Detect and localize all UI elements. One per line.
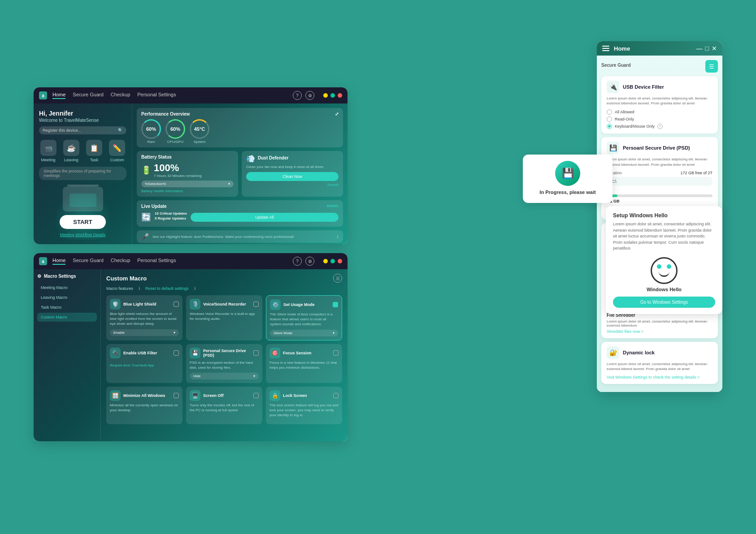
- rw-radio-allallowed[interactable]: All Allowed: [607, 109, 713, 115]
- dust-details-link[interactable]: Details: [246, 183, 339, 187]
- right-window-title: Home: [614, 45, 696, 52]
- screenoff-check[interactable]: [253, 393, 259, 398]
- wh-eye-left: [657, 264, 661, 269]
- workflow-link[interactable]: Meeting Workflow Details: [60, 233, 105, 237]
- focus-check[interactable]: [333, 350, 339, 356]
- close-btn[interactable]: [338, 93, 342, 98]
- search-bar: Simplifies the process of preparing for …: [39, 167, 126, 180]
- rw-radio-readonly-btn[interactable]: [607, 116, 612, 122]
- rw-radio-keyboard-btn[interactable]: [607, 124, 612, 129]
- screenoff-desc: Turns only the monitor off, but the rest…: [190, 403, 259, 413]
- macro-help-icon[interactable]: ?: [293, 257, 302, 266]
- update-all-button[interactable]: Update All: [191, 213, 339, 222]
- lockscreen-check[interactable]: [333, 393, 339, 398]
- macro-card-screenoff: 🖥️ Screen Off Turns only the monitor off…: [186, 387, 262, 424]
- battery-pct: 100%: [154, 162, 202, 174]
- hamburger-menu[interactable]: [602, 46, 609, 51]
- rw-close[interactable]: ✕: [712, 45, 717, 52]
- win-controls: [323, 93, 342, 98]
- rw-dynamiclock-link[interactable]: Visit Windows Settings to check the sett…: [607, 375, 713, 379]
- psd-footer[interactable]: Hide ▾: [190, 373, 259, 379]
- usagemode-check[interactable]: [333, 302, 338, 307]
- macro-tab-secureguard[interactable]: Secure Guard: [73, 258, 103, 265]
- rw-radio-allallowed-btn[interactable]: [607, 109, 612, 115]
- macro-maximize-btn[interactable]: [330, 259, 335, 263]
- macro-sub-row: Macro features ℹ Reset to default settin…: [106, 286, 342, 291]
- rw-usb-icon: 🔌: [607, 81, 619, 93]
- macro-tab-checkup[interactable]: Checkup: [111, 258, 130, 265]
- macro-header: Custom Macro ☰: [106, 274, 342, 283]
- tab-personalsettings[interactable]: Personal Settings: [137, 92, 176, 99]
- wh-goto-settings-btn[interactable]: Go to Windows Settings: [613, 297, 715, 308]
- battery-icon: 🔋: [141, 165, 151, 175]
- macro-close-btn[interactable]: [338, 259, 342, 263]
- perf-grid: 60% Ram 60% CPU/GPU 45°C Sy: [141, 119, 339, 144]
- psd-check[interactable]: [253, 350, 259, 356]
- nav-custom[interactable]: ✏️ Custom: [109, 140, 125, 162]
- minimize-btn[interactable]: [323, 93, 328, 98]
- rw-minimize[interactable]: —: [696, 45, 703, 52]
- macro-minimize-btn[interactable]: [323, 259, 328, 263]
- sidebar-meeting-macro[interactable]: Meeting Macro: [37, 283, 97, 292]
- rw-shredder-desc: Lorem ipsum dolor sit amet, consectetur …: [607, 319, 713, 327]
- voice-title: Voice/Sound Recorder: [203, 302, 251, 306]
- macro-reset-link[interactable]: Reset to default settings: [145, 286, 189, 291]
- tab-checkup[interactable]: Checkup: [111, 92, 130, 99]
- main-window: a Home Secure Guard Checkup Personal Set…: [34, 87, 348, 244]
- nav-task[interactable]: 📋 Task: [86, 140, 102, 162]
- rw-dynamiclock-desc: Lorem ipsum dolor sit amet, consectetur …: [607, 362, 713, 371]
- battery-mode-select[interactable]: %Selection% ▾: [141, 181, 234, 187]
- start-button[interactable]: START: [60, 215, 105, 229]
- rw-radio-readonly[interactable]: Read-Only: [607, 116, 713, 122]
- macro-win-controls: [323, 259, 342, 263]
- maximize-btn[interactable]: [330, 93, 335, 98]
- sidebar-task-macro[interactable]: Task Macro: [37, 303, 97, 312]
- subgreeting-text: Welcome to TravelMateSense: [39, 118, 126, 123]
- rw-maximize[interactable]: □: [705, 45, 709, 52]
- macro-list-icon[interactable]: ☰: [333, 274, 342, 283]
- rw-keyboard-help[interactable]: ?: [657, 124, 663, 129]
- usb-link[interactable]: Require Acer TrueVault App: [110, 363, 154, 367]
- minimize-desc: Minimize all the currently open windows …: [110, 403, 179, 413]
- bluelight-check[interactable]: [174, 301, 179, 307]
- rw-usb-desc: Lorem ipsum dolor sit amet, consectetur …: [607, 96, 713, 106]
- voice-check[interactable]: [253, 301, 259, 307]
- macro-card-bluelight: 🛡️ Blue Light Shield Blue light shield r…: [106, 295, 182, 340]
- rw-list-view-icon[interactable]: ☰: [705, 60, 718, 73]
- macro-tab-home[interactable]: Home: [52, 258, 65, 265]
- macro-tab-personalsettings[interactable]: Personal Settings: [137, 258, 176, 265]
- nav-meeting[interactable]: 📹 Meeting: [40, 140, 56, 162]
- minimize-check[interactable]: [174, 393, 179, 398]
- live-details-link[interactable]: Details: [327, 204, 339, 209]
- greeting-text: Hi, Jennifer: [39, 110, 126, 117]
- highlight-desc: See our Highlight feature: Acer Purified…: [152, 235, 294, 239]
- battery-health-link[interactable]: Battery Health Information: [141, 189, 234, 193]
- sidebar-leaving-macro[interactable]: Leaving Macro: [37, 293, 97, 302]
- leaving-icon: ☕: [63, 140, 79, 156]
- tab-secureguard[interactable]: Secure Guard: [73, 92, 103, 99]
- bluelight-footer[interactable]: Enable ▾: [110, 329, 179, 336]
- rw-location-row: Location 172 GB free of 2T: [607, 171, 713, 175]
- macro-settings-icon[interactable]: ⚙: [305, 257, 314, 266]
- update-icon: 🔄: [141, 212, 151, 222]
- rw-drive-input[interactable]: C:\: [607, 177, 713, 186]
- rw-radio-keyboard[interactable]: Keyboard/Mouse Only ?: [607, 124, 713, 129]
- tab-home[interactable]: Home: [52, 92, 65, 99]
- perf-expand-icon[interactable]: ⤢: [335, 112, 339, 116]
- wh-desc: Lorem ipsum dolor sit amet, consectetur …: [613, 221, 715, 252]
- highlight-info-icon[interactable]: ℹ: [337, 234, 339, 239]
- clean-now-button[interactable]: Clean Now: [246, 172, 339, 181]
- rw-usb-header: 🔌 USB Device Filter: [607, 81, 713, 93]
- usagemode-footer[interactable]: Silent Mode ▾: [270, 330, 338, 336]
- dust-card: 💨 Dust Defender Clean your fan now and k…: [242, 151, 343, 197]
- rw-shredder-link[interactable]: Shredder files now >: [607, 329, 713, 334]
- settings-icon[interactable]: ⚙: [305, 91, 314, 100]
- ram-circle: 60%: [141, 119, 161, 139]
- register-bar[interactable]: Register this device... 🔍: [39, 126, 126, 134]
- macro-content: ⚙ Macro Settings Meeting Macro Leaving M…: [34, 269, 348, 441]
- nav-leaving[interactable]: ☕ Leaving: [63, 140, 79, 162]
- macro-features-label: Macro features: [106, 286, 133, 291]
- usb-check[interactable]: [174, 350, 179, 356]
- sidebar-custom-macro[interactable]: Custom Macro: [37, 313, 97, 322]
- help-icon[interactable]: ?: [293, 91, 302, 100]
